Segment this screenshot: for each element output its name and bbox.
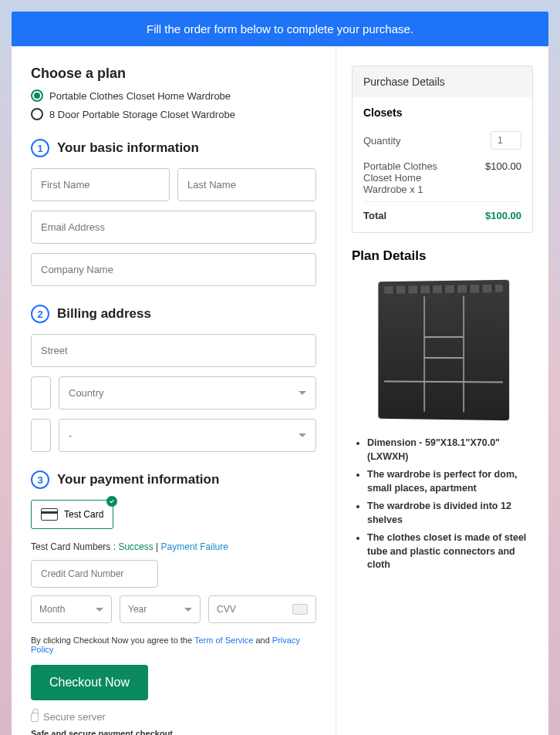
right-column: Purchase Details Closets Quantity Portab… — [336, 46, 548, 735]
chevron-down-icon — [299, 433, 306, 437]
city-field[interactable] — [31, 376, 51, 410]
plan-bullets: Dimension - 59"X18.1"X70.0" (LXWXH) The … — [352, 437, 533, 572]
card-option-test[interactable]: Test Card — [31, 500, 113, 529]
total-label: Total — [363, 210, 386, 221]
bullet-item: The wardrobe is perfect for dom, small p… — [367, 468, 533, 495]
plan-details-title: Plan Details — [352, 248, 533, 264]
link-tos[interactable]: Term of Service — [194, 636, 253, 645]
bullet-item: The wardrobe is divided into 12 shelves — [367, 500, 533, 527]
card-label: Test Card — [64, 509, 103, 520]
test-card-help: Test Card Numbers : Success | Payment Fa… — [31, 541, 316, 552]
check-icon — [106, 496, 117, 507]
radio-selected-icon — [31, 89, 43, 102]
plan-option-1[interactable]: 8 Door Portable Storage Closet Wardrobe — [31, 108, 316, 120]
lock-icon — [31, 713, 39, 722]
radio-unselected-icon — [31, 108, 43, 120]
section-label: Billing address — [57, 306, 151, 322]
item-price: $100.00 — [485, 160, 521, 195]
link-success[interactable]: Success — [118, 541, 153, 552]
select-label: - — [69, 430, 72, 441]
checkout-button[interactable]: Checkout Now — [31, 665, 148, 700]
year-select[interactable]: Year — [120, 595, 201, 623]
banner: Fill the order form below to complete yo… — [12, 12, 548, 46]
step-number-icon: 2 — [31, 305, 49, 323]
plan-option-label: Portable Clothes Closet Home Wardrobe — [49, 90, 231, 102]
last-name-field[interactable] — [177, 168, 316, 201]
chevron-down-icon — [96, 608, 103, 612]
cvv-placeholder: CVV — [217, 604, 236, 615]
zip-field[interactable] — [31, 419, 51, 452]
cc-number-field[interactable] — [31, 560, 158, 588]
street-field[interactable] — [31, 334, 316, 367]
company-field[interactable] — [31, 253, 316, 286]
email-field[interactable] — [31, 211, 316, 244]
quantity-stepper[interactable] — [491, 131, 521, 150]
secure-server-text: Secure server — [43, 711, 106, 723]
card-small-icon — [292, 604, 308, 615]
chevron-down-icon — [299, 391, 306, 395]
terms-text: By clicking Checkout Now you agree to th… — [31, 636, 316, 654]
card-icon — [41, 508, 58, 521]
cvv-field[interactable]: CVV — [208, 595, 316, 623]
section-billing: 2 Billing address — [31, 305, 316, 323]
summary-header: Purchase Details — [353, 66, 532, 97]
bullet-item: Dimension - 59"X18.1"X70.0" (LXWXH) — [367, 437, 533, 464]
bullet-item: The clothes closet is made of steel tube… — [367, 531, 533, 572]
section-label: Your payment information — [57, 472, 219, 487]
safe-text: Safe and secure payment checkout. — [31, 729, 316, 735]
step-number-icon: 3 — [31, 470, 49, 489]
section-basic: 1 Your basic information — [31, 139, 316, 157]
country-select[interactable]: Country — [59, 376, 316, 410]
plan-option-0[interactable]: Portable Clothes Closet Home Wardrobe — [31, 89, 316, 102]
step-number-icon: 1 — [31, 139, 49, 157]
select-label: Month — [39, 604, 65, 615]
select-label: Country — [69, 387, 104, 399]
section-payment: 3 Your payment information — [31, 470, 316, 489]
link-failure[interactable]: Payment Failure — [161, 541, 228, 552]
left-column: Choose a plan Portable Clothes Closet Ho… — [12, 46, 336, 735]
item-name: Portable Clothes Closet Home Wardrobe x … — [363, 160, 464, 195]
chevron-down-icon — [184, 608, 192, 612]
select-label: Year — [128, 604, 147, 615]
content: Choose a plan Portable Clothes Closet Ho… — [12, 46, 548, 735]
plan-option-label: 8 Door Portable Storage Closet Wardrobe — [49, 109, 235, 120]
product-image — [366, 273, 520, 427]
purchase-summary: Purchase Details Closets Quantity Portab… — [352, 66, 533, 233]
total-amount: $100.00 — [485, 210, 521, 221]
month-select[interactable]: Month — [31, 595, 112, 623]
summary-title: Closets — [363, 106, 521, 119]
order-form-container: Fill the order form below to complete yo… — [12, 12, 548, 735]
first-name-field[interactable] — [31, 168, 170, 201]
section-label: Your basic information — [57, 140, 199, 156]
secure-server: Secure server — [31, 711, 316, 723]
state-select[interactable]: - — [59, 419, 316, 452]
choose-plan-title: Choose a plan — [31, 66, 316, 82]
qty-label: Quantity — [363, 135, 400, 147]
